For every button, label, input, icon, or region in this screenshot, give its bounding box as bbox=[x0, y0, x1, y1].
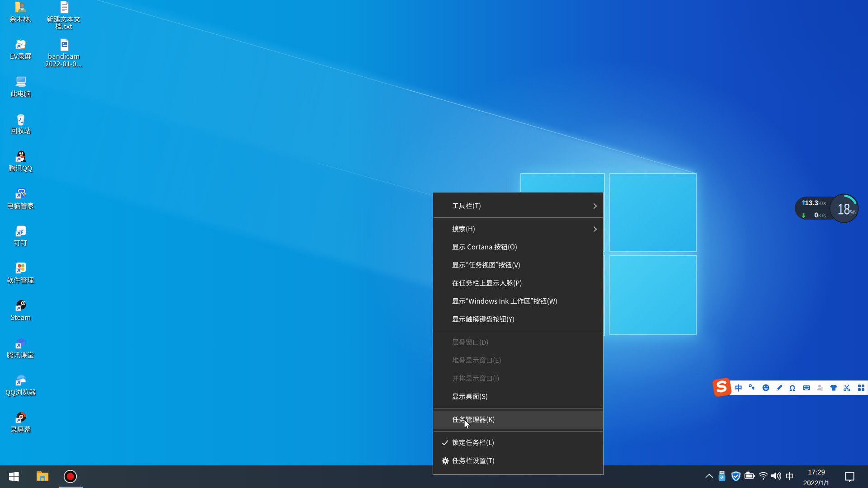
svg-text:18: 18 bbox=[838, 201, 850, 217]
svg-text:%: % bbox=[850, 208, 855, 216]
